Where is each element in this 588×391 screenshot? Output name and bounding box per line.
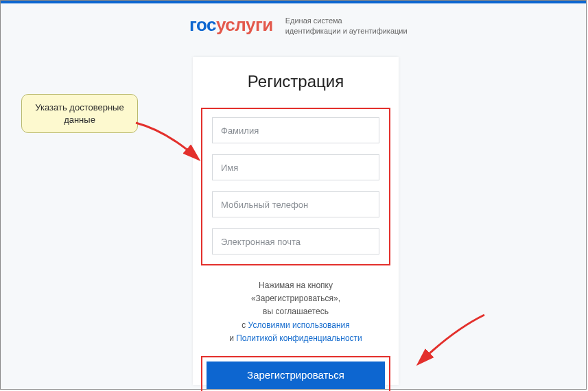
- agree-with: с: [242, 320, 248, 330]
- register-button[interactable]: Зарегистрироваться: [207, 362, 385, 389]
- agree-line3: вы соглашаетесь: [263, 307, 329, 316]
- registration-card: Регистрация Нажимая на кнопку «Зарегистр…: [193, 57, 399, 385]
- subtitle-line2: идентификации и аутентификации: [285, 26, 408, 36]
- top-accent-bar: [1, 1, 586, 3]
- logo-part-blue: гос: [189, 14, 216, 35]
- subtitle-line1: Единая система: [285, 16, 408, 26]
- email-input[interactable]: [212, 228, 379, 254]
- agree-and: и: [229, 333, 236, 343]
- annotation-callout: Указать достоверные данные: [21, 94, 138, 133]
- name-input[interactable]: [212, 154, 379, 180]
- terms-link[interactable]: Условиями использования: [248, 320, 350, 330]
- button-highlight-box: Зарегистрироваться: [201, 356, 390, 391]
- phone-input[interactable]: [212, 191, 379, 217]
- page-title: Регистрация: [193, 72, 399, 91]
- form-highlight-box: [201, 108, 390, 265]
- logo-part-red: услуги: [216, 14, 273, 35]
- annotation-arrow-button: [412, 309, 488, 371]
- agreement-text: Нажимая на кнопку «Зарегистрироваться», …: [207, 279, 385, 345]
- surname-input[interactable]: [212, 117, 379, 143]
- privacy-link[interactable]: Политикой конфиденциальности: [236, 333, 362, 343]
- agree-line2: «Зарегистрироваться»,: [251, 294, 340, 303]
- logo: госуслуги: [189, 14, 273, 36]
- page-frame: госуслуги Единая система идентификации и…: [0, 0, 587, 390]
- header: госуслуги Единая система идентификации и…: [189, 14, 408, 37]
- agree-line1: Нажимая на кнопку: [259, 281, 333, 290]
- header-subtitle: Единая система идентификации и аутентифи…: [285, 16, 408, 37]
